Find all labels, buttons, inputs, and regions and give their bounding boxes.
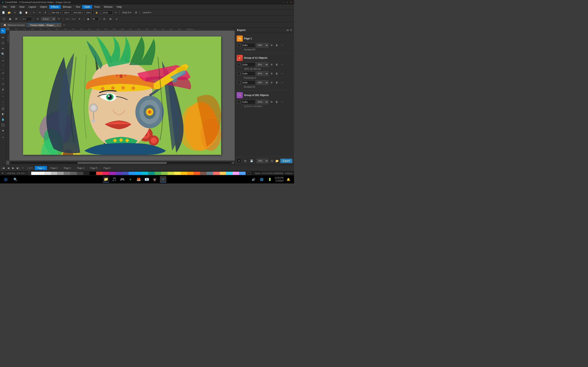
interactive-fill[interactable]: ◈ [0,128,6,133]
prev-page-btn[interactable]: ◀ [6,166,10,170]
export-suffix-group11-eps[interactable] [241,71,255,76]
ellipse-tool[interactable]: ○ [0,76,6,81]
plus-btn[interactable]: + [114,16,119,22]
page-tab-6[interactable]: Page 6 [101,166,113,170]
export-bottom-options-2[interactable]: 📁 [275,159,279,163]
start-button[interactable]: ⊞ [2,176,9,183]
search-button[interactable]: 🔍 [12,176,19,183]
color-swatch-11[interactable] [103,172,109,175]
menu-text[interactable]: Text [73,5,82,9]
color-swatch-10[interactable] [96,172,103,175]
color-swatch-none[interactable]: ✕ [28,172,31,175]
export-delete-group11-pdf[interactable]: 🗑 [275,80,279,85]
settings-status-btn[interactable]: ⚙ [2,172,4,175]
taskbar-network-icon[interactable]: 🌐 [258,176,265,183]
stroke-style-1[interactable]: — [65,16,70,22]
color-swatch-20[interactable] [161,172,168,175]
export-suffix-page1-pdf[interactable] [241,43,255,48]
color-swatch-14[interactable] [122,172,129,175]
color-swatch-27[interactable] [207,172,213,175]
color-swatch-6[interactable] [70,172,77,175]
transparency-tool[interactable]: ◧ [0,111,6,117]
export-delete-group11-jpg[interactable]: 🗑 [275,62,279,67]
last-page-btn[interactable]: ▶| [16,166,20,170]
color-swatch-26[interactable] [200,172,207,175]
export-format-group11-pdf[interactable]: PDFJPGPNGEPSSVG [256,80,268,85]
color-swatch-24[interactable] [187,172,194,175]
angle-input[interactable] [22,17,32,21]
color-swatch-white[interactable] [31,172,38,175]
import-button[interactable]: ⬇ [43,10,48,15]
page-tab-4[interactable]: Page 4 [74,166,87,170]
page-tab-5[interactable]: Page 5 [87,166,100,170]
artwork-canvas[interactable] [23,36,221,155]
select-tool[interactable]: ↖ [0,28,6,33]
minimize-button[interactable]: ─ [282,1,285,4]
menu-table[interactable]: Table [82,5,92,9]
stroke-options[interactable]: ▾ [56,16,62,22]
tab-close-icon[interactable]: ✕ [57,24,59,26]
tool-options-2[interactable]: ▣ [7,16,13,22]
page-tab-1[interactable]: Page 1 [35,166,47,170]
color-swatch-2[interactable] [44,172,51,175]
horizontal-scrollbar[interactable] [9,161,235,165]
smart-draw-tool[interactable]: ⌒ [0,64,6,69]
export-bottom-options-1[interactable]: ⊡ [270,159,274,163]
tool-options-3[interactable]: ⊞ [13,16,19,22]
taskbar-app-7[interactable]: 🦅 [152,176,158,183]
color-swatch-4[interactable] [57,172,64,175]
lock-ratio-btn[interactable]: 🔒 [94,10,99,15]
export-settings-group281-svg[interactable]: ⚙ [269,100,274,104]
menu-edit[interactable]: Edit [9,5,17,9]
color-swatch-9[interactable] [90,172,96,175]
color-swatch-12[interactable] [109,172,116,175]
taskbar-notification-btn[interactable]: 🔔 [285,176,292,183]
taskbar-mail-app[interactable]: 📧 [144,176,150,183]
connector-tool[interactable]: ↔ [0,94,6,99]
menu-tools[interactable]: Tools [92,5,102,9]
export-delete-page1-pdf[interactable]: 🗑 [275,43,279,48]
new-button[interactable]: 📄 [1,10,6,15]
taskbar-battery-icon[interactable]: 🔋 [267,176,273,183]
open-recent[interactable]: ▾ [12,10,17,15]
export-check-group281-svg[interactable] [237,100,240,103]
color-swatch-21[interactable] [168,172,174,175]
export-format-page1-pdf[interactable]: PDFJPGPNGEPSSVG [256,43,268,48]
shape-tool[interactable]: ⬡ [0,40,6,46]
color-swatch-3[interactable] [51,172,57,175]
color-swatch-18[interactable] [148,172,155,175]
title-bar-controls[interactable]: ─ □ ✕ [282,1,292,4]
page-tab-2[interactable]: Page 2 [48,166,60,170]
taskbar-game-app[interactable]: 🎮 [119,176,126,183]
color-swatch-13[interactable] [116,172,122,175]
freehand-tool[interactable]: ✏ [0,35,6,40]
color-swatch-30[interactable] [226,172,233,175]
open-button[interactable]: 📂 [7,10,12,15]
export-more-group281-svg[interactable]: ⋯ [280,100,285,104]
menu-help[interactable]: Help [115,5,124,9]
export-check-group11-pdf[interactable] [237,81,240,84]
export-settings-group11-pdf[interactable]: ⚙ [269,80,274,85]
export-check-group11-jpg[interactable] [237,63,240,66]
export-delete-group11-eps[interactable]: 🗑 [275,71,279,76]
export-format-group11-jpg[interactable]: JPGPDFPNGEPSSVG [256,62,268,67]
y-coord-input[interactable] [72,11,85,15]
export-more-page1-pdf[interactable]: ⋯ [280,43,285,48]
export-settings-page1-pdf[interactable]: ⚙ [269,43,274,48]
color-swatch-25[interactable] [194,172,200,175]
export-more-group11-jpg[interactable]: ⋯ [280,62,285,67]
more-options-2[interactable]: ⊞ [108,16,113,22]
undo-button[interactable]: ↩ [31,10,36,15]
color-eyedropper[interactable]: 💧 [0,117,6,122]
taskbar-coreldraw-app[interactable]: ✦ [160,176,166,183]
add-page-btn[interactable]: + [0,134,6,140]
maximize-button[interactable]: □ [286,1,289,4]
x-coord-input[interactable] [50,11,62,15]
taskbar-music-app[interactable]: 🎵 [111,176,117,183]
save-as-button[interactable]: 📋 [24,10,29,15]
color-swatch-17[interactable] [142,172,148,175]
export-more-group11-eps[interactable]: ⋯ [280,71,285,76]
new-tab-button[interactable]: + [62,23,66,27]
export-format-group11-eps[interactable]: EPSJPGPDFPNGSVG [256,71,268,76]
height-input[interactable] [85,11,94,15]
